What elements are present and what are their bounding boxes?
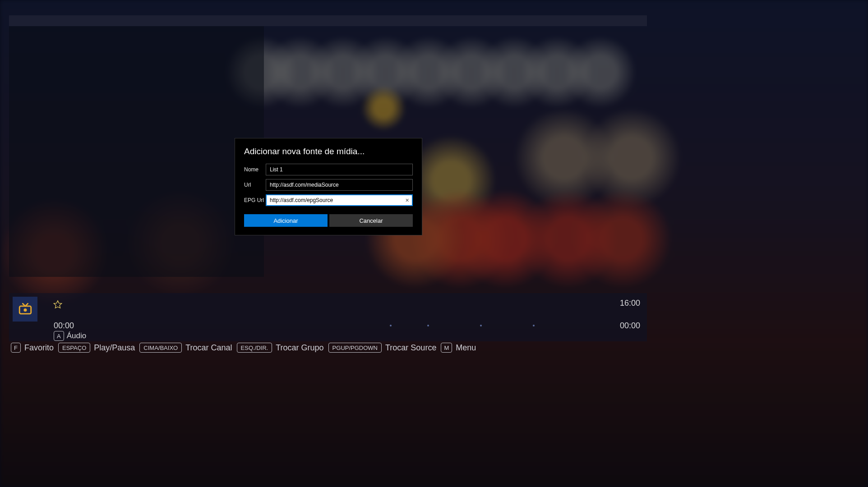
keyhint-trocar-source: PGUP/PGDOWN Trocar Source [328,343,437,353]
add-media-source-dialog: Adicionar nova fonte de mídia... Nome Ur… [235,138,422,235]
audio-key: A [54,331,64,341]
keyhint-favorito: F Favorito [11,343,54,353]
clear-input-icon[interactable]: ✕ [403,197,411,204]
osd-progress-dots [72,326,602,326]
channel-logo [13,297,37,322]
name-input[interactable] [266,164,413,175]
name-label: Nome [244,166,266,173]
osd-time-end-top: 16:00 [620,299,640,308]
cancel-button[interactable]: Cancelar [329,214,413,227]
video-preview-panel [9,26,264,277]
keyhint-playpause: ESPAÇO Play/Pausa [58,343,135,353]
url-label: Url [244,182,266,188]
epg-url-label: EPG Url [244,197,266,203]
osd-time-start: 00:00 [54,321,74,331]
keyhint-bar: F Favorito ESPAÇO Play/Pausa CIMA/BAIXO … [11,343,476,353]
epg-url-input[interactable] [266,194,413,206]
url-input[interactable] [266,179,413,191]
osd-bar: 00:00 16:00 00:00 A Áudio [9,293,647,341]
osd-audio-hint: A Áudio [54,331,86,341]
audio-label: Áudio [67,331,86,340]
osd-time-end: 00:00 [620,321,640,331]
svg-point-1 [23,308,27,311]
favorite-star-icon[interactable] [53,300,63,310]
keyhint-menu: M Menu [441,343,476,353]
tv-icon [18,302,33,317]
add-button[interactable]: Adicionar [244,214,328,227]
dialog-title: Adicionar nova fonte de mídia... [244,147,413,156]
header-strip [9,15,647,26]
keyhint-trocar-canal: CIMA/BAIXO Trocar Canal [139,343,232,353]
keyhint-trocar-grupo: ESQ./DIR. Trocar Grupo [237,343,324,353]
